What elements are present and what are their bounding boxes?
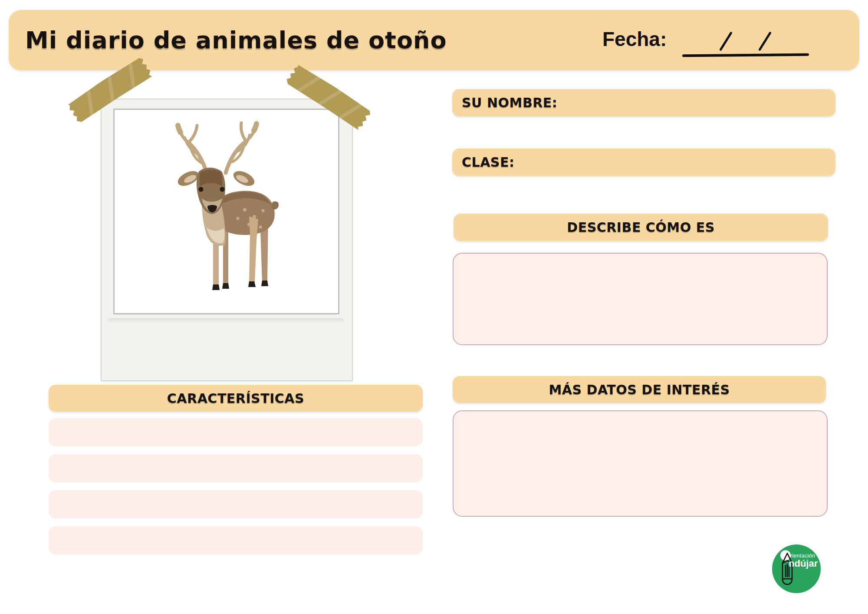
date-label: Fecha: xyxy=(602,27,667,51)
polaroid-frame xyxy=(101,99,353,381)
date-slash-icon xyxy=(719,31,733,51)
date-slash-icon xyxy=(758,31,772,51)
more-data-title: MÁS DATOS DE INTERÉS xyxy=(549,382,730,397)
photo-area xyxy=(113,109,339,314)
class-field-bar[interactable]: CLASE: xyxy=(452,149,835,176)
date-input-line[interactable] xyxy=(682,53,809,57)
characteristics-row[interactable] xyxy=(49,454,423,482)
characteristics-rows xyxy=(49,418,423,562)
describe-section-header: DESCRIBE CÓMO ES xyxy=(454,214,828,241)
describe-title: DESCRIBE CÓMO ES xyxy=(567,220,715,235)
polaroid-divider xyxy=(107,318,344,323)
more-data-textarea[interactable] xyxy=(453,410,828,517)
characteristics-title: CARACTERÍSTICAS xyxy=(167,391,304,406)
name-field-bar[interactable]: SU NOMBRE: xyxy=(452,89,835,116)
describe-textarea[interactable] xyxy=(453,253,828,345)
logo-text-line2: ndújar xyxy=(789,558,818,569)
orientacion-andujar-logo: rientación ndújar xyxy=(772,545,821,593)
characteristics-section-header: CARACTERÍSTICAS xyxy=(49,385,423,412)
characteristics-row[interactable] xyxy=(49,490,423,518)
deer-photo xyxy=(115,110,338,313)
name-label: SU NOMBRE: xyxy=(462,95,557,110)
more-data-section-header: MÁS DATOS DE INTERÉS xyxy=(453,376,826,403)
worksheet-page: Mi diario de animales de otoño Fecha: xyxy=(0,0,868,614)
characteristics-row[interactable] xyxy=(49,526,423,555)
page-title: Mi diario de animales de otoño xyxy=(25,10,447,70)
class-label: CLASE: xyxy=(462,155,514,170)
characteristics-row[interactable] xyxy=(49,418,423,446)
